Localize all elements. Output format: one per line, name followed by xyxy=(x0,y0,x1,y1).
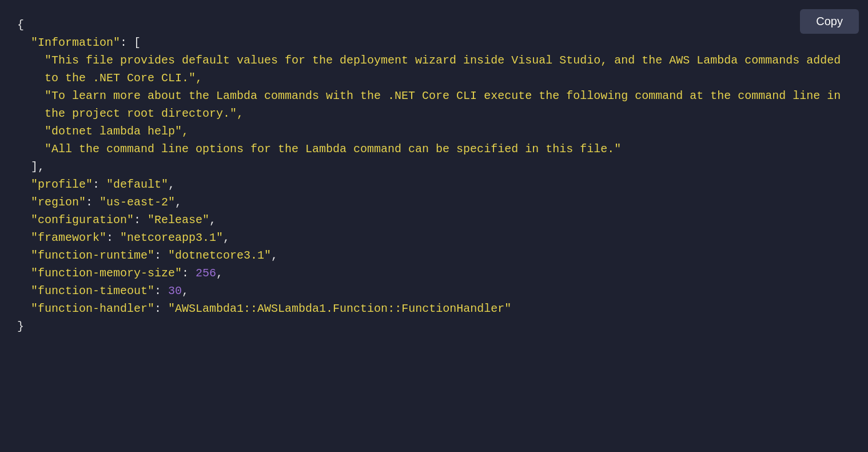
function-handler-colon: : xyxy=(154,302,168,315)
information-colon: : [ xyxy=(120,36,141,49)
info-string3: "dotnet lambda help", xyxy=(45,125,189,138)
configuration-key: "configuration" xyxy=(31,213,134,227)
open-brace-line: { xyxy=(17,16,851,34)
region-value: "us-east-2" xyxy=(99,196,175,209)
configuration-line: "configuration": "Release", xyxy=(17,211,851,229)
information-key-line: "Information": [ xyxy=(17,34,851,51)
framework-value: "netcoreapp3.1" xyxy=(120,231,223,244)
configuration-colon: : xyxy=(134,213,148,227)
function-runtime-value: "dotnetcore3.1" xyxy=(168,249,271,262)
function-memory-value: 256 xyxy=(196,267,216,280)
framework-line: "framework": "netcoreapp3.1", xyxy=(17,229,851,247)
profile-comma: , xyxy=(168,178,175,191)
profile-value: "default" xyxy=(106,178,168,191)
code-block: { "Information": [ "This file provides d… xyxy=(17,11,851,335)
function-memory-colon: : xyxy=(182,267,196,280)
region-comma: , xyxy=(175,196,182,209)
profile-key: "profile" xyxy=(31,178,93,191)
info-string2: "To learn more about the Lambda commands… xyxy=(45,89,847,120)
function-handler-key: "function-handler" xyxy=(31,302,154,315)
function-runtime-comma: , xyxy=(271,249,278,262)
function-timeout-key: "function-timeout" xyxy=(31,284,154,298)
function-memory-comma: , xyxy=(216,267,223,280)
info-line4: "All the command line options for the La… xyxy=(17,140,851,158)
function-runtime-key: "function-runtime" xyxy=(31,249,154,262)
region-line: "region": "us-east-2", xyxy=(17,193,851,211)
function-runtime-colon: : xyxy=(154,249,168,262)
function-timeout-line: "function-timeout": 30, xyxy=(17,282,851,300)
info-line2: "To learn more about the Lambda commands… xyxy=(17,87,851,122)
function-timeout-comma: , xyxy=(182,284,189,298)
function-memory-key: "function-memory-size" xyxy=(31,267,182,280)
copy-button[interactable]: Copy xyxy=(800,9,859,34)
profile-line: "profile": "default", xyxy=(17,176,851,193)
function-runtime-line: "function-runtime": "dotnetcore3.1", xyxy=(17,247,851,264)
info-line1: "This file provides default values for t… xyxy=(17,51,851,87)
function-timeout-colon: : xyxy=(154,284,168,298)
function-timeout-value: 30 xyxy=(168,284,182,298)
info-string1: "This file provides default values for t… xyxy=(45,54,847,85)
framework-colon: : xyxy=(106,231,120,244)
framework-key: "framework" xyxy=(31,231,106,244)
close-brace-line: } xyxy=(17,318,851,335)
info-string4: "All the command line options for the La… xyxy=(45,142,621,156)
configuration-value: "Release" xyxy=(148,213,209,227)
function-handler-value: "AWSLambda1::AWSLambda1.Function::Functi… xyxy=(168,302,511,315)
information-key: "Information" xyxy=(31,36,120,49)
region-colon: : xyxy=(86,196,99,209)
profile-colon: : xyxy=(93,178,106,191)
function-handler-line: "function-handler": "AWSLambda1::AWSLamb… xyxy=(17,300,851,318)
region-key: "region" xyxy=(31,196,86,209)
close-bracket-line: ], xyxy=(17,158,851,176)
configuration-comma: , xyxy=(209,213,216,227)
framework-comma: , xyxy=(223,231,230,244)
function-memory-line: "function-memory-size": 256, xyxy=(17,264,851,282)
info-line3: "dotnet lambda help", xyxy=(17,122,851,140)
